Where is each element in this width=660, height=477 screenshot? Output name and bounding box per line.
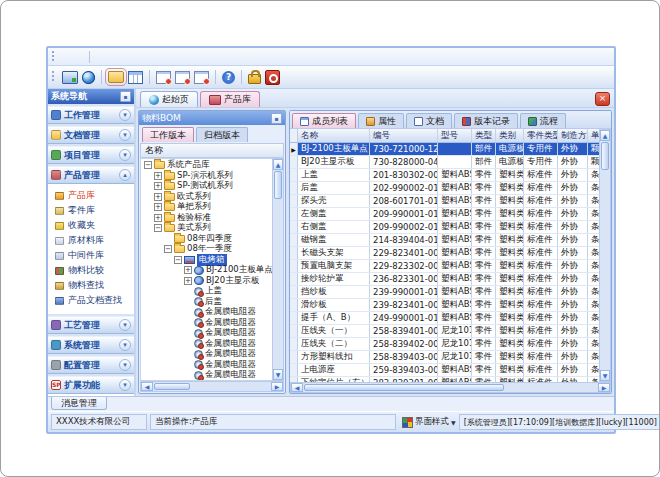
chevron-icon[interactable]: [119, 129, 131, 141]
chevron-icon[interactable]: [119, 379, 131, 391]
chevron-icon[interactable]: [119, 109, 131, 121]
document-tab[interactable]: 产品库: [200, 91, 260, 107]
column-header[interactable]: 型号: [438, 129, 472, 142]
toolbar-grip[interactable]: [52, 71, 54, 83]
table-row[interactable]: 方形塑料线扣 258-839403-00I 尼龙1010 零件 塑料类 标准件 …: [290, 351, 599, 364]
member-tab[interactable]: 文档: [406, 113, 452, 128]
scrollbar-thumb[interactable]: [601, 142, 609, 170]
scrollbar-thumb[interactable]: [274, 171, 282, 199]
expand-toggle-icon[interactable]: +: [184, 277, 192, 285]
table-row[interactable]: 滑纱板 239-823401-00I 塑料ABS 零件 塑料类 标准件 外协 条: [290, 299, 599, 312]
separator[interactable]: [101, 70, 102, 84]
scrollbar-thumb[interactable]: [304, 384, 504, 391]
close-icon[interactable]: ×: [595, 92, 610, 106]
table-row[interactable]: 压线夹（一） 258-839401-00I 尼龙1010 零件 塑料类 标准件 …: [290, 325, 599, 338]
column-header[interactable]: 零件类型: [524, 129, 558, 142]
scroll-up-icon[interactable]: ▲: [273, 159, 283, 170]
version-tab[interactable]: 归档版本: [196, 127, 248, 142]
nav-section[interactable]: 工艺管理: [48, 316, 134, 334]
separator[interactable]: [241, 70, 242, 84]
scrollbar-thumb[interactable]: [154, 383, 190, 390]
nav-item[interactable]: 中间件库: [48, 248, 134, 263]
interface-style-button[interactable]: 界面样式 ▼: [402, 416, 456, 428]
nav-item[interactable]: 产品库: [48, 188, 134, 203]
lock-icon[interactable]: [248, 74, 261, 84]
table-row[interactable]: 左侧盖 209-990001-01I 塑料ABS 零件 塑料类 标准件 外协 条: [290, 208, 599, 221]
table-row[interactable]: BJ20主显示板 730-828000-04I 部件 电源板 专用件 外协 颗: [290, 156, 599, 169]
member-tab[interactable]: 版本记录: [454, 113, 518, 128]
nav-section[interactable]: 文档管理: [48, 126, 134, 144]
globe-icon[interactable]: [82, 71, 95, 84]
column-header[interactable]: 名称: [298, 129, 370, 142]
document-tab[interactable]: 起始页: [140, 91, 198, 107]
pin-icon[interactable]: [120, 91, 131, 102]
tree-horizontal-scrollbar[interactable]: ◀ ▶: [140, 381, 284, 392]
expand-toggle-icon[interactable]: −: [174, 256, 182, 264]
nav-item[interactable]: 物料查找: [48, 278, 134, 293]
menu-item[interactable]: [72, 56, 86, 58]
chevron-icon[interactable]: [119, 339, 131, 351]
open-folder-icon[interactable]: [108, 71, 124, 83]
nav-item[interactable]: 原材料库: [48, 233, 134, 248]
table-row[interactable]: 接纱轮护罩 236-823301-00I 塑料ABS 零件 塑料类 标准件 外协…: [290, 273, 599, 286]
nav-section[interactable]: 系统管理: [48, 336, 134, 354]
message-tab[interactable]: 消息管理: [51, 397, 107, 410]
menu-item[interactable]: [93, 56, 107, 58]
expand-toggle-icon[interactable]: +: [154, 203, 162, 211]
grid-view-icon[interactable]: [128, 71, 143, 84]
menu-item[interactable]: [107, 56, 121, 58]
column-header[interactable]: 编号: [370, 129, 438, 142]
table-row[interactable]: 上电源座 259-839403-00I 塑料ABS 零件 塑料类 标准件 外协 …: [290, 364, 599, 377]
window-cascade-icon[interactable]: [175, 71, 190, 84]
separator[interactable]: [149, 70, 150, 84]
chevron-icon[interactable]: [119, 319, 131, 331]
pin-icon[interactable]: [271, 113, 282, 124]
exit-icon[interactable]: [265, 70, 280, 85]
nav-section[interactable]: 扩展功能: [48, 376, 134, 394]
table-vertical-scrollbar[interactable]: ▲ ▼: [599, 129, 611, 382]
table-row[interactable]: 挡纱板 239-990001-01I 塑料ABS 零件 塑料类 标准件 外协 条: [290, 286, 599, 299]
table-row[interactable]: 上盖 201-830302-00I 塑料ABS 零件 塑料类 标准件 外协 条: [290, 169, 599, 182]
nav-item[interactable]: 零件库: [48, 203, 134, 218]
table-row[interactable]: 探头壳 208-601701-01I 塑料ABS 零件 塑料类 标准件 外协 条: [290, 195, 599, 208]
scroll-right-icon[interactable]: ▶: [271, 382, 283, 391]
chevron-icon[interactable]: [119, 149, 131, 161]
nav-section[interactable]: 工作管理: [48, 106, 134, 124]
toolbar-grip[interactable]: [52, 51, 54, 63]
menu-item[interactable]: [58, 56, 72, 58]
table-row[interactable]: BJ-2100主板单点 730-721000-12I 部件 电源板 专用件 外协…: [290, 143, 599, 156]
tree-vertical-scrollbar[interactable]: ▲ ▼: [272, 158, 284, 381]
nav-section[interactable]: 项目管理: [48, 146, 134, 164]
expand-toggle-icon[interactable]: −: [154, 224, 162, 232]
column-header[interactable]: 类型: [472, 129, 496, 142]
table-row[interactable]: 长磁头支架 229-823401-00I 塑料ABS 零件 塑料类 标准件 外协…: [290, 247, 599, 260]
nav-item[interactable]: 产品文档查找: [48, 293, 134, 308]
help-icon[interactable]: [222, 71, 235, 84]
expand-toggle-icon[interactable]: −: [164, 245, 172, 253]
expand-toggle-icon[interactable]: +: [184, 266, 192, 274]
menu-item[interactable]: [121, 56, 135, 58]
tree-column-header[interactable]: 名称: [140, 143, 284, 158]
nav-item[interactable]: 收藏夹: [48, 218, 134, 233]
table-row[interactable]: 提手（A、B） 249-990001-01I 塑料ABS 零件 塑料类 标准件 …: [290, 312, 599, 325]
expand-toggle-icon[interactable]: +: [154, 193, 162, 201]
table-row[interactable]: 右侧盖 209-990002-01I 塑料ABS 零件 塑料类 标准件 外协 条: [290, 221, 599, 234]
chevron-icon[interactable]: [119, 359, 131, 371]
member-tab[interactable]: 属性: [358, 113, 404, 128]
version-tab[interactable]: 工作版本: [142, 127, 194, 142]
nav-item[interactable]: 物料比较: [48, 263, 134, 278]
window-close-icon[interactable]: [194, 71, 209, 84]
expand-toggle-icon[interactable]: +: [154, 182, 162, 190]
nav-section[interactable]: 配置管理: [48, 356, 134, 374]
monitor-icon[interactable]: [62, 71, 78, 84]
expand-toggle-icon[interactable]: +: [154, 214, 162, 222]
column-header[interactable]: 单位: [588, 129, 599, 142]
window-new-icon[interactable]: [156, 71, 171, 84]
column-header[interactable]: 类别: [496, 129, 524, 142]
scroll-right-icon[interactable]: ▶: [598, 383, 610, 392]
chevron-icon[interactable]: [119, 169, 131, 181]
scroll-left-icon[interactable]: ◀: [141, 382, 153, 391]
member-tab[interactable]: 成员列表: [292, 113, 356, 128]
scroll-up-icon[interactable]: ▲: [600, 130, 610, 141]
separator[interactable]: [215, 70, 216, 84]
